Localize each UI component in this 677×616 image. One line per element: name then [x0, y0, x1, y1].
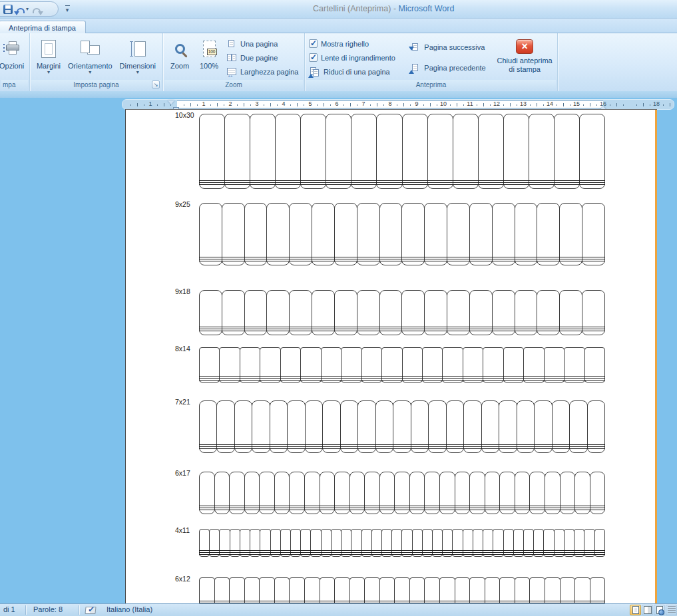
spellcheck-status-icon[interactable]	[85, 607, 96, 614]
tag-size-label: 6x12	[175, 575, 190, 583]
ruler-tick	[217, 103, 218, 106]
tag-strip	[199, 472, 605, 514]
cut-line	[199, 506, 605, 506]
ruler-tick	[297, 103, 298, 106]
ruler-tick	[570, 104, 570, 106]
price-tag	[529, 577, 545, 603]
price-tag	[515, 203, 538, 265]
mostra-righello-checkbox[interactable]	[309, 39, 318, 48]
ruler-tick	[130, 104, 131, 106]
price-tag	[224, 114, 250, 189]
page[interactable]: 10x309x259x188x147x216x174x116x12	[125, 109, 657, 603]
undo-button[interactable]: ▾	[17, 7, 29, 12]
price-tag	[357, 400, 375, 453]
price-tag	[537, 203, 560, 265]
group-imposta-pagina-label: Imposta pagina	[31, 80, 161, 90]
zoom-label: Zoom	[170, 62, 189, 70]
price-tag	[590, 577, 606, 603]
lente-ingrandimento-checkbox-row[interactable]: Lente di ingrandimento	[306, 51, 407, 65]
ruler-tick	[330, 104, 331, 106]
price-tag	[266, 203, 290, 265]
ruler-number: 1	[148, 100, 152, 107]
price-tag	[229, 577, 245, 603]
larghezza-pagina-button[interactable]: ↔ Larghezza pagina	[223, 65, 301, 78]
price-tag	[569, 400, 587, 453]
dialog-launcher-icon[interactable]	[152, 80, 160, 88]
redo-icon[interactable]	[33, 8, 41, 13]
web-layout-view-button[interactable]	[654, 605, 665, 615]
margini-button[interactable]: Margini ▾	[35, 35, 63, 75]
word-count-status[interactable]: Parole: 8	[33, 605, 63, 613]
cut-line	[199, 329, 605, 329]
group-stampa: Opzioni mpa	[0, 33, 30, 91]
dimensioni-button[interactable]: Dimensioni ▾	[118, 35, 158, 75]
customize-qat-icon[interactable]: ▾	[63, 4, 72, 15]
ruler[interactable]: 11234567891011121314151618	[122, 99, 674, 110]
ruler-number: 1	[202, 100, 205, 107]
save-icon[interactable]	[3, 5, 13, 14]
pagina-precedente-label: Pagina precedente	[424, 64, 485, 72]
price-tag	[552, 400, 570, 453]
cut-line	[199, 184, 605, 185]
price-tag	[529, 114, 555, 189]
una-pagina-button[interactable]: Una pagina	[223, 37, 301, 51]
price-tag	[463, 400, 481, 453]
orientamento-button[interactable]: Orientamento ▾	[66, 35, 114, 75]
price-tag	[216, 400, 234, 453]
riduci-una-pagina-button[interactable]: Riduci di una pagina	[306, 65, 407, 78]
larghezza-pagina-label: Larghezza pagina	[240, 68, 298, 76]
zoom-100-button[interactable]: 100 100%	[195, 35, 223, 70]
full-screen-reading-view-button[interactable]	[642, 605, 653, 615]
pagina-precedente-button[interactable]: Pagina precedente	[407, 61, 490, 75]
ruler-number: 10	[440, 100, 447, 107]
undo-dropdown-icon[interactable]: ▾	[26, 7, 29, 12]
price-tag	[259, 577, 275, 603]
dimensioni-dropdown-icon: ▾	[136, 70, 139, 75]
ruler-tick	[224, 104, 224, 106]
page-count-status[interactable]: di 1	[3, 605, 15, 613]
ruler-tick	[397, 104, 397, 106]
riduci-una-pagina-label: Riduci di una pagina	[324, 68, 390, 76]
price-tag	[351, 114, 377, 189]
draft-view-button[interactable]	[666, 605, 677, 615]
ruler-number: 7	[361, 100, 365, 107]
print-layout-view-button[interactable]	[630, 605, 641, 615]
ruler-tick	[250, 104, 251, 106]
quick-access-toolbar: ▾	[0, 1, 59, 17]
word-print-preview-window: ▾ ▾ Cartellini (Anteprima) - Microsoft W…	[0, 0, 677, 616]
price-tag	[199, 114, 225, 189]
two-pages-icon	[226, 53, 237, 63]
zoom-button[interactable]: Zoom	[164, 35, 195, 70]
cut-line	[199, 261, 605, 261]
language-status[interactable]: Italiano (Italia)	[107, 605, 152, 613]
ruler-number: 16	[600, 100, 606, 107]
status-bar: di 1 Parole: 8 Italiano (Italia)	[0, 603, 677, 616]
zoom-100-label: 100%	[200, 62, 218, 70]
chiudi-anteprima-button[interactable]: Chiudi anteprima di stampa	[493, 35, 556, 74]
due-pagine-button[interactable]: Due pagine	[223, 51, 301, 65]
ruler-tick	[463, 104, 464, 106]
ruler-tick	[557, 104, 557, 106]
ruler-number: 18	[653, 100, 660, 107]
lente-ingrandimento-checkbox[interactable]	[309, 53, 318, 62]
ruler-tick	[610, 104, 610, 106]
cut-line	[199, 376, 605, 377]
pagina-successiva-button[interactable]: Pagina successiva	[407, 40, 490, 54]
mostra-righello-checkbox-row[interactable]: Mostra righello	[306, 37, 407, 51]
tab-anteprima-di-stampa[interactable]: Anteprima di stampa	[0, 21, 86, 34]
cut-line	[199, 448, 605, 449]
ruler-number: 15	[573, 100, 580, 107]
opzioni-button[interactable]: Opzioni	[0, 35, 26, 70]
price-tag	[289, 577, 305, 603]
ruler-tick	[510, 103, 511, 106]
ruler-tick	[423, 104, 424, 106]
group-zoom-label: Zoom	[164, 80, 303, 90]
lente-ingrandimento-label: Lente di ingrandimento	[321, 54, 395, 62]
tag-size-label: 6x17	[175, 469, 190, 477]
ribbon: Opzioni mpa Margini ▾ Orientamento ▾	[0, 33, 677, 91]
price-tag	[340, 400, 358, 453]
opzioni-label: Opzioni	[0, 62, 24, 70]
cut-line	[199, 552, 605, 553]
cut-line	[199, 510, 605, 510]
ruler-tick	[403, 103, 404, 106]
